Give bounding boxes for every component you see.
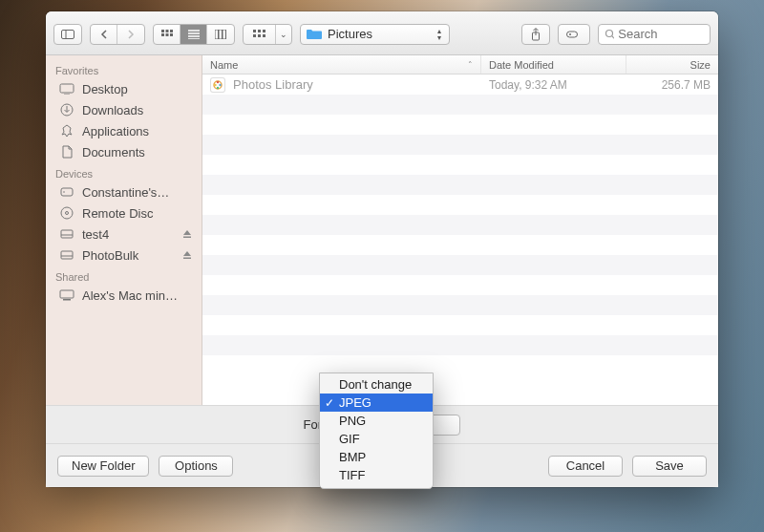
- empty-row: [202, 235, 718, 255]
- svg-rect-4: [170, 30, 173, 32]
- column-name-label: Name: [210, 59, 238, 71]
- svg-rect-14: [223, 30, 226, 39]
- search-field[interactable]: [598, 24, 711, 45]
- svg-rect-5: [161, 33, 164, 36]
- column-date[interactable]: Date Modified: [481, 55, 626, 74]
- path-label: Pictures: [328, 27, 428, 41]
- svg-rect-6: [165, 33, 168, 36]
- svg-rect-7: [170, 33, 173, 36]
- sidebar-item-label: Constantine's…: [82, 185, 194, 200]
- empty-row: [202, 95, 718, 115]
- sidebar-item-applications[interactable]: Applications: [46, 120, 202, 141]
- eject-icon[interactable]: [182, 248, 194, 263]
- tags-button[interactable]: [558, 24, 590, 45]
- svg-rect-16: [258, 30, 261, 32]
- sidebar-item-label: PhotoBulk: [82, 248, 175, 263]
- downloads-icon: [59, 102, 74, 117]
- svg-rect-22: [567, 32, 578, 37]
- arrange-group: ⌄: [243, 24, 292, 45]
- empty-row: [202, 215, 718, 235]
- desktop-icon: [59, 81, 74, 96]
- search-icon: [605, 29, 614, 40]
- svg-point-42: [217, 80, 219, 82]
- empty-row: [202, 115, 718, 135]
- column-size-label: Size: [690, 59, 711, 71]
- sidebar-item-test4[interactable]: test4: [46, 223, 202, 245]
- format-option-png[interactable]: PNG: [320, 412, 433, 430]
- chevron-left-icon: [100, 30, 108, 39]
- svg-rect-15: [253, 30, 256, 32]
- options-button[interactable]: Options: [159, 456, 233, 477]
- svg-rect-39: [60, 290, 74, 298]
- sidebar-item-downloads[interactable]: Downloads: [46, 99, 202, 120]
- forward-button[interactable]: [117, 25, 144, 44]
- column-date-label: Date Modified: [489, 59, 554, 71]
- sidebar: Favorites Desktop Downloads Applications…: [46, 55, 202, 405]
- file-pane: Name ˄ Date Modified Size Photos Library…: [202, 55, 718, 405]
- svg-rect-20: [263, 34, 265, 37]
- new-folder-button[interactable]: New Folder: [57, 456, 149, 477]
- sidebar-item-photobulk[interactable]: PhotoBulk: [46, 245, 202, 266]
- list-icon: [188, 30, 200, 39]
- svg-rect-36: [61, 251, 73, 259]
- empty-row: [202, 155, 718, 175]
- sidebar-item-label: test4: [82, 227, 175, 242]
- svg-point-30: [63, 191, 65, 193]
- search-input[interactable]: [618, 27, 704, 41]
- empty-row: [202, 175, 718, 195]
- disk-icon: [59, 184, 74, 200]
- sidebar-item-desktop[interactable]: Desktop: [46, 78, 202, 99]
- arrange-dropdown[interactable]: ⌄: [276, 25, 291, 44]
- save-button[interactable]: Save: [632, 456, 707, 477]
- svg-rect-2: [161, 30, 164, 32]
- svg-point-24: [606, 30, 613, 36]
- list-view-button[interactable]: [180, 25, 207, 44]
- eject-icon[interactable]: [182, 227, 194, 242]
- svg-rect-33: [61, 230, 73, 238]
- column-size[interactable]: Size: [626, 55, 718, 74]
- format-option-tiff[interactable]: TIFF: [320, 466, 433, 484]
- format-option-dont-change[interactable]: Don't change: [320, 375, 433, 394]
- sidebar-item-remote-disc[interactable]: Remote Disc: [46, 202, 202, 223]
- svg-line-25: [612, 36, 614, 39]
- svg-point-45: [214, 83, 216, 85]
- empty-row: [202, 335, 718, 355]
- sidebar-item-constantine[interactable]: Constantine's…: [46, 181, 202, 202]
- sidebar-item-label: Desktop: [82, 82, 194, 96]
- sidebar-toggle[interactable]: [54, 25, 81, 44]
- svg-rect-38: [183, 257, 191, 259]
- svg-rect-13: [219, 30, 223, 39]
- dialog-body: Favorites Desktop Downloads Applications…: [46, 55, 718, 405]
- back-button[interactable]: [91, 25, 117, 44]
- column-name[interactable]: Name ˄: [202, 55, 481, 74]
- column-view-button[interactable]: [207, 25, 234, 44]
- icon-view-button[interactable]: [154, 25, 180, 44]
- grid-icon: [161, 30, 173, 39]
- sidebar-item-label: Downloads: [82, 103, 194, 117]
- cancel-button[interactable]: Cancel: [548, 456, 623, 477]
- format-option-jpeg[interactable]: JPEG: [320, 394, 433, 412]
- grid-arrange-icon: [253, 30, 266, 39]
- svg-point-43: [219, 83, 221, 85]
- sidebar-heading-favorites: Favorites: [46, 59, 202, 78]
- share-button[interactable]: [521, 24, 550, 45]
- nav-group: [90, 24, 145, 45]
- columns-icon: [215, 30, 226, 39]
- empty-row: [202, 135, 718, 155]
- file-size: 256.7 MB: [626, 78, 718, 92]
- empty-row: [202, 295, 718, 315]
- file-rows: Photos Library Today, 9:32 AM 256.7 MB: [202, 74, 718, 405]
- sort-asc-icon: ˄: [468, 60, 473, 70]
- arrange-button[interactable]: [244, 25, 276, 44]
- documents-icon: [59, 144, 74, 160]
- ext-disk-icon: [59, 247, 74, 263]
- sidebar-item-documents[interactable]: Documents: [46, 141, 202, 162]
- file-row[interactable]: Photos Library Today, 9:32 AM 256.7 MB: [202, 74, 718, 95]
- format-option-gif[interactable]: GIF: [320, 430, 433, 448]
- empty-row: [202, 315, 718, 335]
- path-selector[interactable]: Pictures ▴▾: [300, 24, 450, 45]
- format-option-bmp[interactable]: BMP: [320, 448, 433, 466]
- tag-icon: [566, 29, 582, 40]
- sidebar-item-alex-mac[interactable]: Alex's Mac min…: [46, 285, 202, 306]
- share-icon: [530, 28, 541, 41]
